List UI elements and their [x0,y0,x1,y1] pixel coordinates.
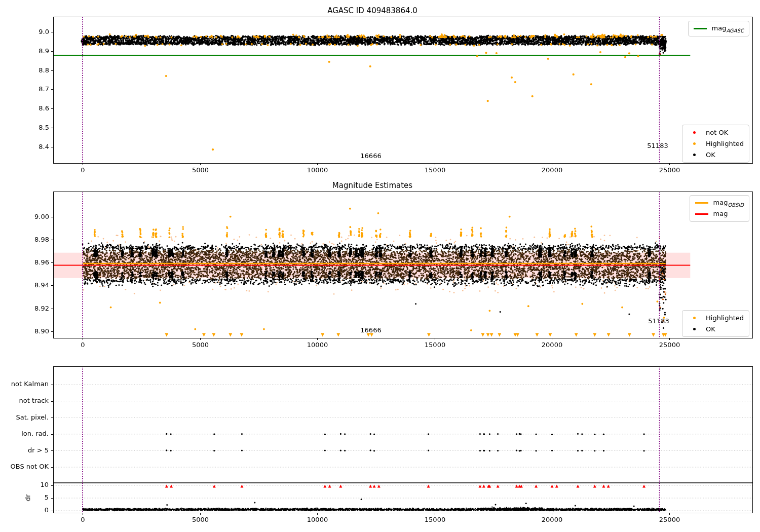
plot2-annotation-51183: 51183 [648,317,669,325]
legend-plot2-lines: magOBSID mag [690,195,749,222]
legend-row: magOBSID [695,198,744,208]
legend-mag-agasc: magAGASC [688,21,749,36]
legend-label-ok2: OK [706,325,715,333]
legend-row: OK [688,150,744,160]
figure-canvas [0,0,760,532]
plot1-annotation-16666: 16666 [360,152,381,160]
mag-obsid-line-swatch [695,202,708,204]
legend-row: magAGASC [694,24,744,33]
legend-label-mag-obsid: magOBSID [713,199,744,208]
legend-row: Highlighted [688,139,744,148]
legend-row: OK [688,324,744,334]
mag-line-swatch [695,213,708,215]
legend-label-mag: mag [713,210,728,219]
plot1-title: AGASC ID 409483864.0 [23,6,722,15]
highlighted-marker-icon [688,316,701,321]
plot2-annotation-16666: 16666 [360,326,381,334]
figure: AGASC ID 409483864.0 Magnitude Estimates… [0,0,760,532]
legend-label-mag-agasc: magAGASC [712,24,744,33]
legend-row: mag [695,209,744,219]
legend-row: Highlighted [688,313,744,323]
legend-plot1-markers: not OK Highlighted OK [682,125,749,163]
plot2-title: Magnitude Estimates [23,181,722,190]
legend-row: not OK [688,128,744,137]
legend-label-highlighted2: Highlighted [706,314,744,322]
highlighted-marker-icon [688,141,701,146]
legend-label-ok: OK [706,151,715,159]
ok-marker-icon [688,153,701,158]
plot1-annotation-51183: 51183 [647,142,668,149]
not-ok-marker-icon [688,130,701,135]
legend-label-not-ok: not OK [706,129,728,136]
legend-plot2-markers: Highlighted OK [682,310,749,337]
mag-agasc-line-swatch [694,28,707,29]
dr-axis-label: dr [24,495,31,502]
ok-marker-icon [688,327,701,332]
legend-label-highlighted: Highlighted [706,140,744,147]
